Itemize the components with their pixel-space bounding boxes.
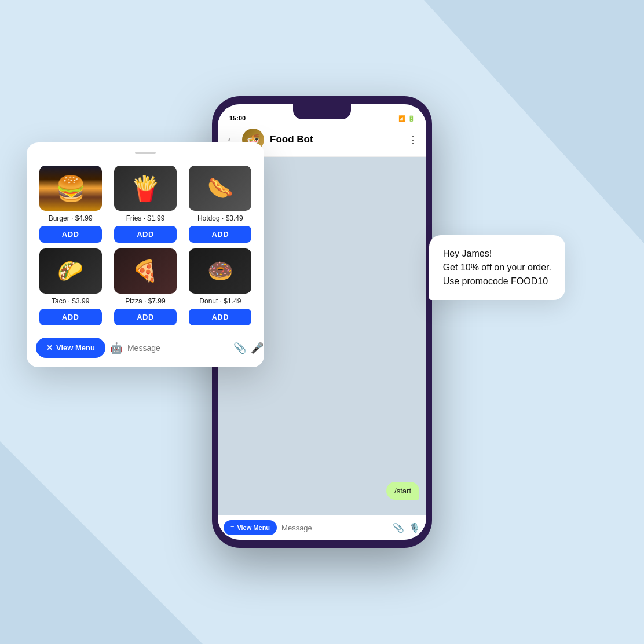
bot-icon: 🤖 xyxy=(110,342,123,354)
promo-line2: Get 10% off on your order. xyxy=(443,262,551,272)
status-icons: 📶 🔋 xyxy=(398,115,415,122)
scene: 15:00 📶 🔋 ← 🍜 Food Bot ⋮ /start ≡ xyxy=(119,61,525,583)
menu-item-fries: Fries · $1.99ADD xyxy=(111,166,180,243)
add-button-fries[interactable]: ADD xyxy=(114,226,177,243)
food-image-pizza xyxy=(114,248,177,294)
bot-name: Food Bot xyxy=(270,134,402,145)
menu-card: Burger · $4.99ADDFries · $1.99ADDHotdog … xyxy=(27,142,264,367)
start-command-bubble: /start xyxy=(386,482,419,500)
view-menu-button-large[interactable]: ✕ View Menu xyxy=(36,338,105,358)
food-image-donut xyxy=(189,248,251,294)
battery-icon: 🔋 xyxy=(408,115,415,122)
add-button-hotdog[interactable]: ADD xyxy=(189,226,251,243)
menu-item-taco: Taco · $3.99ADD xyxy=(36,248,105,325)
phone-notch xyxy=(293,104,351,119)
add-button-burger[interactable]: ADD xyxy=(39,226,102,243)
menu-item-hotdog: Hotdog · $3.49ADD xyxy=(186,166,255,243)
view-menu-button-small[interactable]: ≡ View Menu xyxy=(224,520,277,535)
add-button-pizza[interactable]: ADD xyxy=(114,309,177,325)
message-input[interactable] xyxy=(281,524,388,532)
menu-item-pizza: Pizza · $7.99ADD xyxy=(111,248,180,325)
menu-grid: Burger · $4.99ADDFries · $1.99ADDHotdog … xyxy=(36,166,255,325)
food-label-taco: Taco · $3.99 xyxy=(52,297,89,305)
chat-input-bar: ≡ View Menu 📎 🎙️ xyxy=(218,515,426,540)
attachment-icon[interactable]: 📎 xyxy=(393,522,404,533)
card-attachment-icon[interactable]: 📎 xyxy=(233,342,246,354)
food-label-fries: Fries · $1.99 xyxy=(126,214,165,222)
food-image-burger xyxy=(39,166,102,211)
card-message-input[interactable] xyxy=(127,343,229,353)
menu-item-donut: Donut · $1.49ADD xyxy=(186,248,255,325)
x-icon: ✕ xyxy=(46,343,53,352)
view-menu-label-small: View Menu xyxy=(237,524,270,531)
food-label-donut: Donut · $1.49 xyxy=(199,297,241,305)
card-input-bar: ✕ View Menu 🤖 📎 🎤 xyxy=(36,334,255,358)
status-time: 15:00 xyxy=(229,115,246,122)
signal-icon: 📶 xyxy=(398,115,405,122)
drag-handle xyxy=(135,152,156,154)
promo-bubble: Hey James! Get 10% off on your order. Us… xyxy=(429,235,565,300)
add-button-donut[interactable]: ADD xyxy=(189,309,251,325)
mic-icon[interactable]: 🎙️ xyxy=(409,522,420,533)
add-button-taco[interactable]: ADD xyxy=(39,309,102,325)
card-mic-icon[interactable]: 🎤 xyxy=(251,342,264,354)
promo-line1: Hey James! xyxy=(443,248,492,258)
menu-item-burger: Burger · $4.99ADD xyxy=(36,166,105,243)
hamburger-icon: ≡ xyxy=(230,524,234,531)
food-image-fries xyxy=(114,166,177,211)
view-menu-label-large: View Menu xyxy=(56,343,95,352)
more-options-button[interactable]: ⋮ xyxy=(408,133,418,146)
food-image-taco xyxy=(39,248,102,294)
food-label-burger: Burger · $4.99 xyxy=(49,214,93,222)
promo-line3: Use promocode FOOD10 xyxy=(443,276,548,286)
food-label-pizza: Pizza · $7.99 xyxy=(125,297,165,305)
promo-text: Hey James! Get 10% off on your order. Us… xyxy=(443,247,551,288)
food-image-hotdog xyxy=(189,166,251,211)
food-label-hotdog: Hotdog · $3.49 xyxy=(197,214,243,222)
